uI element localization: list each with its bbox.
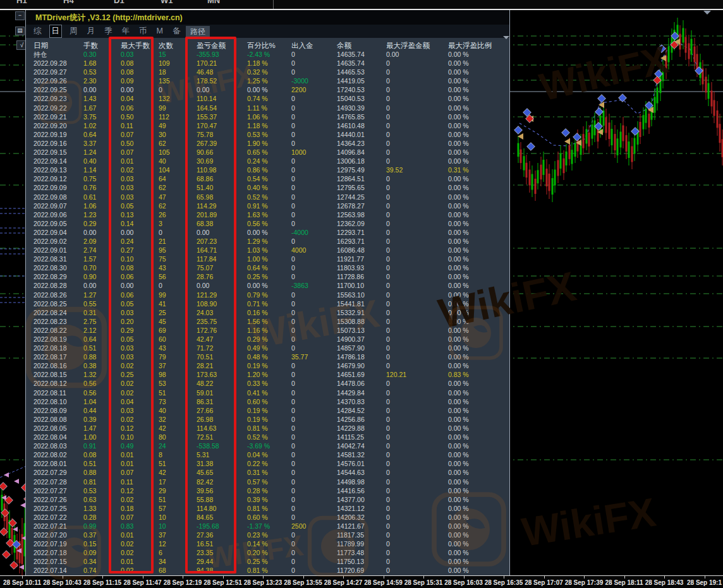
table-cell: 0 bbox=[386, 237, 448, 246]
panel-minimize-button[interactable]: − bbox=[15, 11, 25, 20]
table-row[interactable]: 2022.08.222.120.2969172.761.16 %015073.1… bbox=[33, 326, 506, 335]
table-cell: 0 bbox=[291, 370, 337, 379]
table-row[interactable]: 2022.08.232.750.2045235.751.56 %015308.8… bbox=[33, 317, 506, 326]
tab-M[interactable]: M bbox=[155, 26, 165, 36]
chart-dropdown-caret-icon[interactable] bbox=[703, 11, 711, 15]
table-row[interactable]: 2022.08.010.510.015131.380.22 %014576.01… bbox=[33, 459, 506, 468]
table-row[interactable]: 2022.09.262.300.09135178.521.25 %-300014… bbox=[33, 76, 506, 85]
table-row[interactable]: 2022.09.213.750.50112155.371.06 %014765.… bbox=[33, 112, 506, 121]
table-row[interactable]: 2022.08.051.470.1242114.630.81 %014229.8… bbox=[33, 424, 506, 433]
timeframe-h1-button[interactable]: H1 bbox=[16, 0, 27, 5]
table-cell: 0 bbox=[386, 326, 448, 335]
table-row[interactable]: 2022.08.170.880.037970.510.48 %35.771478… bbox=[33, 352, 506, 361]
tab-日[interactable]: 日 bbox=[49, 25, 63, 38]
timeframe-w1-button[interactable]: W1 bbox=[161, 0, 173, 5]
table-row[interactable]: 2022.09.151.240.0710590.660.65 %10001409… bbox=[33, 148, 506, 157]
table-row[interactable]: 2022.07.220.280.071084.650.60 %014206.32… bbox=[33, 513, 506, 522]
table-cell: 0 bbox=[386, 272, 448, 281]
table-row[interactable]: 2022.09.281.680.08109170.211.18 %014635.… bbox=[33, 59, 506, 68]
panel-title-bar[interactable]: MTDriver统计 ,V3.12 (http://mtdriver.cn) bbox=[26, 10, 509, 25]
table-row[interactable]: 2022.08.290.900.065628.760.25 %011728.86… bbox=[33, 272, 506, 281]
table-row[interactable]: 2022.09.040.000.0000.000.00 %-400012293.… bbox=[33, 228, 506, 237]
tab-综[interactable]: 综 bbox=[32, 25, 44, 37]
timeframe-d1-button[interactable]: D1 bbox=[114, 0, 125, 5]
table-cell: 0 bbox=[386, 433, 448, 441]
table-row[interactable]: 2022.09.022.090.2421207.231.29 %016293.7… bbox=[33, 237, 506, 246]
tab-周[interactable]: 周 bbox=[68, 25, 80, 37]
table-row[interactable]: 2022.08.280.000.0000.000.00 %-386311700.… bbox=[33, 281, 506, 290]
time-axis[interactable]: 28 Sep 10:1128 Sep 10:4328 Sep 11:1528 S… bbox=[0, 575, 723, 588]
table-row[interactable]: 2022.09.050.290.14368.380.56 %012362.090… bbox=[33, 219, 506, 228]
table-row[interactable]: 2022.08.240.310.032524.030.16 %015332.91… bbox=[33, 308, 506, 317]
table-cell: 0 bbox=[291, 486, 337, 495]
table-row[interactable]: 2022.07.290.880.074245.650.31 %014544.63… bbox=[33, 468, 506, 477]
table-row[interactable]: 2022.08.020.080.0185.310.04 %014581.3200… bbox=[33, 450, 506, 459]
table-row[interactable]: 2022.07.210.990.8310-195.68-1.37 %250014… bbox=[33, 522, 506, 531]
table-cell: 2022.08.02 bbox=[33, 450, 83, 459]
table-cell: 0.00 % bbox=[448, 228, 499, 237]
tab-季[interactable]: 季 bbox=[102, 25, 114, 37]
table-row[interactable]: 2022.09.231.430.04132110.140.74 %015040.… bbox=[33, 94, 506, 103]
table-row[interactable]: 2022.08.080.390.023226.980.19 %014256.86… bbox=[33, 415, 506, 424]
timeframe-mn-button[interactable]: MN bbox=[207, 0, 220, 5]
table-row[interactable]: 持仓0.300.0315-355.93-2.43 %014635.740.000… bbox=[33, 50, 506, 59]
table-row[interactable]: 2022.07.280.810.111782.420.57 %014498.98… bbox=[33, 477, 506, 486]
table-cell: 0 bbox=[386, 557, 448, 566]
panel-caret-icon[interactable] bbox=[503, 36, 509, 39]
table-row[interactable]: 2022.07.190.150.021216.510.14 %011789.99… bbox=[33, 539, 506, 548]
table-cell: 4000 bbox=[291, 246, 337, 255]
table-row[interactable]: 2022.08.101.040.047386.310.60 %014370.83… bbox=[33, 397, 506, 406]
table-row[interactable]: 2022.09.221.670.0699164.541.11 %014930.3… bbox=[33, 104, 506, 112]
table-row[interactable]: 2022.09.140.400.014030.690.24 %013006.18… bbox=[33, 157, 506, 165]
table-cell: 1.90 % bbox=[247, 139, 291, 148]
table-row[interactable]: 2022.09.080.610.034765.980.52 %012744.25… bbox=[33, 193, 506, 201]
table-cell: 14440.01 bbox=[337, 130, 386, 139]
table-row[interactable]: 2022.09.201.020.1149170.471.18 %014610.4… bbox=[33, 121, 506, 130]
table-cell: 0.00 % bbox=[448, 557, 499, 566]
table-row[interactable]: 2022.09.190.640.073075.780.53 %014440.01… bbox=[33, 130, 506, 139]
table-row[interactable]: 2022.08.250.550.0541108.900.71 %015441.8… bbox=[33, 299, 506, 308]
table-cell: 12795.65 bbox=[337, 183, 386, 192]
table-row[interactable]: 2022.07.200.370.013727.360.23 %011817.35… bbox=[33, 531, 506, 539]
tab-备[interactable]: 备 bbox=[171, 25, 183, 37]
table-row[interactable]: 2022.09.131.140.02104110.980.86 %012975.… bbox=[33, 165, 506, 174]
table-row[interactable]: 2022.09.061.230.1326201.891.63 %012563.9… bbox=[33, 210, 506, 219]
table-row[interactable]: 2022.07.180.090.02623.350.20 %011773.480… bbox=[33, 548, 506, 557]
table-header: 日期手数最大手数次数盈亏金额百分比%出入金余额最大浮盈金额最大浮盈比例 bbox=[33, 39, 499, 50]
table-cell: 11789.99 bbox=[337, 539, 386, 548]
table-cell: 0 bbox=[291, 219, 337, 228]
table-row[interactable]: 2022.08.180.510.034371.720.49 %014857.90… bbox=[33, 344, 506, 352]
tab-币[interactable]: 币 bbox=[137, 25, 149, 37]
timeframe-h4-button[interactable]: H4 bbox=[63, 0, 74, 5]
table-row[interactable]: 2022.09.250.000.0000.000.00 %220017240.5… bbox=[33, 85, 506, 94]
table-row[interactable]: 2022.07.140.740.026894.380.81 %011720.69… bbox=[33, 566, 506, 575]
table-row[interactable]: 2022.07.251.330.1857114.800.81 %014321.1… bbox=[33, 504, 506, 513]
table-row[interactable]: 2022.07.150.340.013429.440.25 %011750.13… bbox=[33, 557, 506, 566]
table-row[interactable]: 2022.08.030.910.4924-538.58-3.69 %014042… bbox=[33, 441, 506, 450]
table-row[interactable]: 2022.08.311.570.1075117.841.00 %011921.7… bbox=[33, 255, 506, 263]
tab-年[interactable]: 年 bbox=[120, 25, 132, 37]
table-row[interactable]: 2022.09.071.060.0562114.290.91 %012678.2… bbox=[33, 201, 506, 210]
table-row[interactable]: 2022.08.090.440.034027.660.19 %014284.52… bbox=[33, 406, 506, 415]
table-cell: 2022.08.26 bbox=[33, 291, 83, 299]
table-row[interactable]: 2022.08.041.000.108072.510.52 %014115.25… bbox=[33, 433, 506, 441]
table-row[interactable]: 2022.09.163.370.5062267.391.90 %014364.2… bbox=[33, 139, 506, 148]
table-row[interactable]: 2022.07.270.530.122939.560.28 %014416.56… bbox=[33, 486, 506, 495]
table-cell: 2022.08.17 bbox=[33, 352, 83, 361]
table-row[interactable]: 2022.07.260.630.025155.880.39 %014377.00… bbox=[33, 495, 506, 504]
table-row[interactable]: 2022.09.012.740.2795164.711.03 %40001608… bbox=[33, 246, 506, 255]
tab-月[interactable]: 月 bbox=[85, 25, 97, 37]
table-row[interactable]: 2022.08.151.320.2598173.631.20 %014651.6… bbox=[33, 370, 506, 379]
table-row[interactable]: 2022.09.270.530.081846.480.32 %014465.53… bbox=[33, 68, 506, 76]
table-row[interactable]: 2022.08.110.560.025159.010.41 %014429.84… bbox=[33, 388, 506, 397]
table-row[interactable]: 2022.08.190.640.056042.470.29 %014900.37… bbox=[33, 335, 506, 344]
table-cell: 14900.37 bbox=[337, 335, 386, 344]
table-row[interactable]: 2022.08.120.560.025348.220.33 %014478.06… bbox=[33, 379, 506, 388]
table-row[interactable]: 2022.09.090.760.036251.400.40 %012795.65… bbox=[33, 183, 506, 192]
table-row[interactable]: 2022.09.120.750.036468.860.54 %012864.51… bbox=[33, 174, 506, 183]
table-cell: 0 bbox=[386, 459, 448, 468]
indicator-icon[interactable]: ▤ bbox=[15, 27, 25, 35]
table-row[interactable]: 2022.08.261.270.0699121.290.79 %015563.1… bbox=[33, 291, 506, 299]
table-row[interactable]: 2022.08.300.700.084375.070.64 %011803.93… bbox=[33, 263, 506, 272]
table-row[interactable]: 2022.08.160.380.023728.210.19 %014679.90… bbox=[33, 361, 506, 370]
